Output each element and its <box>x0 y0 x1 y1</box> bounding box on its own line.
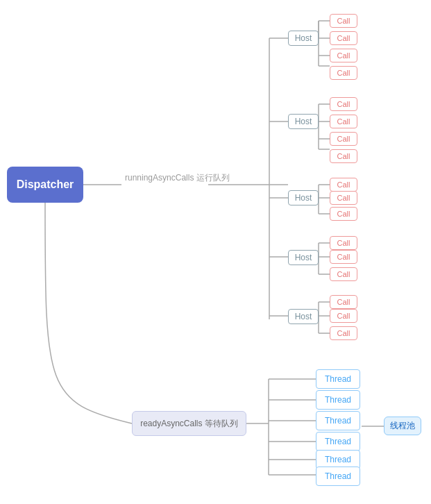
ready-label: readyAsyncCalls 等待队列 <box>132 411 246 436</box>
call-5-3: Call <box>330 326 357 340</box>
call-2-1: Call <box>330 97 357 111</box>
call-4-2: Call <box>330 250 357 264</box>
call-3-3: Call <box>330 207 357 221</box>
call-1-4: Call <box>330 66 357 80</box>
call-3-2: Call <box>330 191 357 205</box>
host-2: Host <box>288 114 319 129</box>
thread-2: Thread <box>316 390 360 410</box>
call-5-2: Call <box>330 309 357 323</box>
host-1: Host <box>288 31 319 46</box>
call-4-1: Call <box>330 236 357 250</box>
thread-4: Thread <box>316 432 360 451</box>
host-4: Host <box>288 250 319 265</box>
call-1-3: Call <box>330 49 357 62</box>
thread-6: Thread <box>316 467 360 486</box>
call-3-1: Call <box>330 178 357 192</box>
thread-1: Thread <box>316 369 360 389</box>
dispatcher-node: Dispatcher <box>7 167 83 203</box>
call-1-1: Call <box>330 14 357 28</box>
call-5-1: Call <box>330 295 357 309</box>
call-4-3: Call <box>330 267 357 281</box>
dispatcher-label: Dispatcher <box>17 178 74 191</box>
call-2-3: Call <box>330 132 357 146</box>
call-2-4: Call <box>330 149 357 163</box>
call-1-2: Call <box>330 31 357 45</box>
thread-3: Thread <box>316 411 360 430</box>
running-label: runningAsyncCalls 运行队列 <box>125 172 230 184</box>
thread-pool: 线程池 <box>384 417 421 435</box>
host-3: Host <box>288 190 319 205</box>
host-5: Host <box>288 309 319 324</box>
call-2-2: Call <box>330 115 357 128</box>
